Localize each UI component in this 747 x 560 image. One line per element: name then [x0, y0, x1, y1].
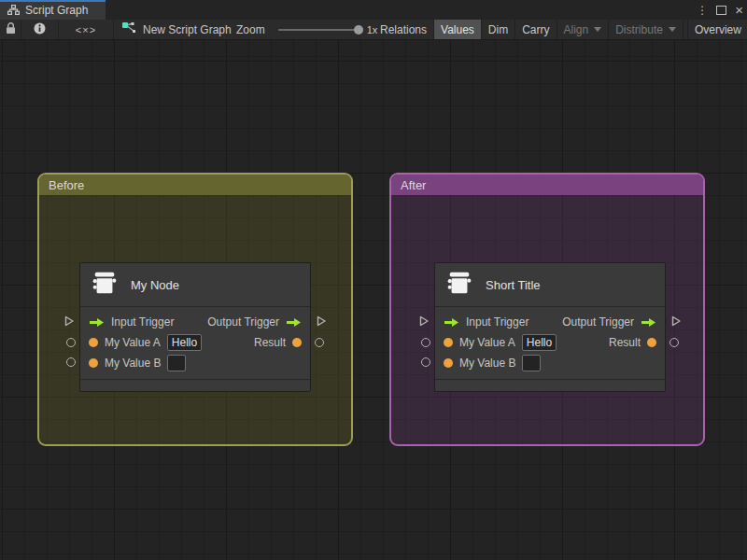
external-result-port[interactable]	[669, 338, 679, 347]
value-port-icon	[89, 358, 98, 368]
value-port-icon	[444, 338, 453, 347]
lock-button[interactable]	[0, 20, 21, 39]
port-input-trigger[interactable]: Input Trigger	[89, 315, 174, 329]
value-b-input[interactable]	[167, 355, 186, 371]
group-after-label: After	[401, 178, 426, 192]
value-port-icon	[89, 338, 98, 347]
close-icon[interactable]: ×	[735, 3, 743, 17]
port-value-a[interactable]: My Value A Hello	[89, 334, 202, 351]
group-before-label: Before	[49, 178, 84, 192]
zoom-control: Zoom 1x	[236, 20, 377, 39]
value-port-icon	[292, 338, 302, 347]
info-button[interactable]	[21, 20, 59, 39]
graph-name-label: New Script Graph	[143, 23, 232, 36]
port-result[interactable]: Result	[254, 336, 302, 349]
info-icon	[34, 22, 46, 37]
maximize-icon[interactable]	[716, 6, 726, 15]
port-input-trigger[interactable]: Input Trigger	[444, 315, 529, 329]
zoom-slider[interactable]	[278, 29, 359, 31]
group-before-header[interactable]: Before	[39, 175, 351, 195]
align-dropdown[interactable]: Align	[557, 20, 610, 39]
value-a-input[interactable]: Hello	[167, 334, 202, 351]
flow-arrow-icon	[286, 317, 302, 328]
node-ports: Input Trigger Output Trigger My Value A …	[435, 307, 665, 380]
tab-bar: Script Graph ⋮ ×	[0, 0, 747, 20]
external-value-a-port[interactable]	[66, 338, 76, 347]
node-ports: Input Trigger Output Trigger My Value A …	[80, 307, 310, 380]
node-footer	[80, 380, 310, 391]
zoom-label: Zoom	[236, 23, 265, 36]
external-value-b-port[interactable]	[421, 357, 430, 367]
node-title: Short Title	[486, 278, 541, 292]
node-my-node[interactable]: My Node Input Trigger Output Trigger	[79, 262, 311, 392]
unit-node-icon	[445, 269, 473, 301]
new-graph-icon	[121, 21, 136, 37]
kebab-menu-icon[interactable]: ⋮	[697, 5, 708, 16]
zoom-slider-knob[interactable]	[354, 25, 363, 35]
graph-toolbar: <×> New Script Graph Zoom 1x Relation	[0, 20, 747, 40]
window-controls: ⋮ ×	[697, 0, 743, 20]
port-value-b[interactable]: My Value B	[89, 355, 186, 371]
external-value-a-port[interactable]	[421, 338, 430, 347]
external-input-flow-port[interactable]	[63, 315, 75, 327]
tab-title: Script Graph	[25, 4, 88, 17]
chevron-down-icon	[594, 27, 601, 32]
overview-button[interactable]: Overview	[687, 20, 747, 39]
graph-hierarchy-icon	[7, 2, 20, 19]
value-port-icon	[444, 358, 453, 368]
graph-title-button[interactable]: New Script Graph	[121, 20, 232, 39]
external-output-flow-port[interactable]	[670, 315, 682, 327]
external-value-b-port[interactable]	[66, 357, 76, 367]
node-header[interactable]: My Node	[80, 263, 310, 307]
distribute-dropdown[interactable]: Distribute	[609, 20, 684, 39]
relations-toggle[interactable]: Relations	[374, 20, 434, 39]
flow-arrow-icon	[641, 317, 656, 328]
value-a-input[interactable]: Hello	[522, 334, 557, 351]
chevron-down-icon	[669, 27, 676, 32]
node-footer	[435, 380, 665, 391]
external-input-flow-port[interactable]	[418, 315, 430, 327]
external-output-flow-port[interactable]	[316, 315, 327, 327]
tab-script-graph[interactable]: Script Graph	[0, 0, 106, 20]
dim-toggle[interactable]: Dim	[482, 20, 515, 39]
unit-node-icon	[91, 269, 119, 301]
port-value-a[interactable]: My Value A Hello	[444, 334, 557, 351]
group-after-header[interactable]: After	[391, 175, 703, 195]
value-port-icon	[647, 338, 656, 347]
node-short-title[interactable]: Short Title Input Trigger Output Trigger	[434, 262, 666, 392]
flow-arrow-icon	[89, 317, 105, 328]
graph-canvas[interactable]: Before After	[0, 40, 747, 560]
values-toggle[interactable]: Values	[434, 20, 482, 39]
flow-arrow-icon	[444, 317, 459, 328]
port-value-b[interactable]: My Value B	[444, 355, 541, 371]
value-b-input[interactable]	[522, 355, 541, 371]
preview-code-button[interactable]: <×>	[59, 20, 114, 39]
external-result-port[interactable]	[315, 338, 324, 347]
port-result[interactable]: Result	[609, 336, 656, 349]
script-graph-window: Script Graph ⋮ ×	[0, 0, 747, 560]
node-title: My Node	[131, 278, 179, 292]
port-output-trigger[interactable]: Output Trigger	[207, 315, 302, 329]
carry-toggle[interactable]: Carry	[515, 20, 557, 39]
port-output-trigger[interactable]: Output Trigger	[562, 315, 656, 329]
lock-icon	[6, 22, 16, 37]
node-header[interactable]: Short Title	[435, 263, 665, 307]
code-icon: <×>	[76, 24, 96, 35]
